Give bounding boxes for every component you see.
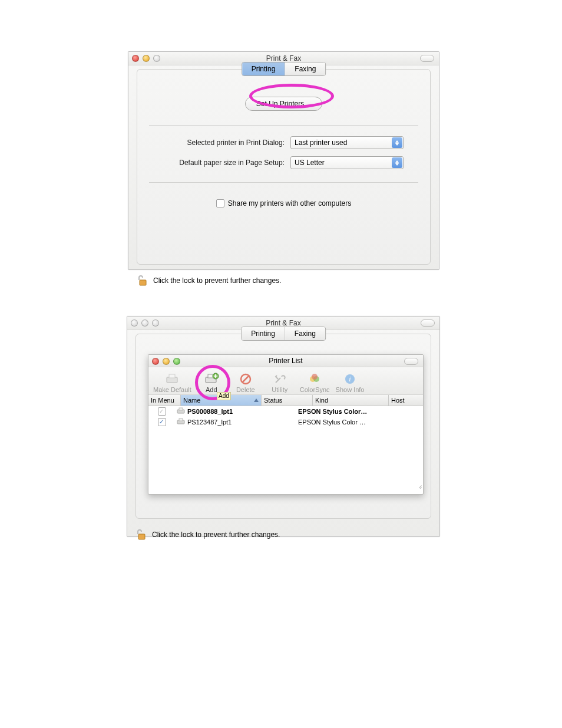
row-selected-printer: Selected printer in Print Dialog: Last p… [149, 136, 418, 149]
label-selected-printer: Selected printer in Print Dialog: [149, 139, 290, 147]
traffic-lights [132, 52, 160, 65]
colorsync-label: ColorSync [300, 386, 330, 393]
col-status[interactable]: Status [262, 395, 313, 406]
separator [149, 182, 418, 183]
printer-name: PS000888_lpt1 [187, 408, 233, 415]
lock-row: Click the lock to prevent further change… [127, 526, 439, 547]
chevron-updown-icon [392, 157, 402, 168]
row-default-paper: Default paper size in Page Setup: US Let… [149, 156, 418, 169]
printer-icon [177, 418, 185, 426]
printer-kind: EPSON Stylus Color… [298, 408, 369, 415]
svg-rect-16 [179, 419, 183, 421]
checkbox-icon[interactable]: ✓ [158, 418, 166, 426]
delete-label: Delete [236, 386, 255, 393]
svg-rect-0 [140, 280, 146, 285]
list-item[interactable]: ✓ PS000888_lpt1 EPSON Stylus Color… [148, 406, 423, 417]
prohibit-icon [240, 372, 252, 386]
window-title: Print & Fax [266, 319, 300, 327]
colorsync-button[interactable]: ColorSync [297, 372, 332, 393]
zoom-icon[interactable] [152, 319, 159, 327]
share-printers-label: Share my printers with other computers [228, 199, 351, 207]
printer-icon [177, 407, 185, 416]
zoom-icon[interactable] [173, 358, 180, 365]
svg-text:i: i [349, 375, 351, 383]
lock-open-icon[interactable] [134, 528, 147, 541]
close-icon[interactable] [152, 358, 159, 365]
add-printer-button[interactable]: Add [195, 372, 228, 393]
tools-icon [273, 372, 286, 386]
svg-rect-2 [169, 374, 175, 378]
share-printers-checkbox[interactable]: Share my printers with other computers [216, 199, 351, 207]
delete-button[interactable]: Delete [229, 372, 262, 393]
printer-list[interactable]: ✓ PS000888_lpt1 EPSON Stylus Color… ✓ [148, 406, 423, 489]
close-icon[interactable] [132, 55, 139, 62]
printer-name: PS123487_lpt1 [187, 419, 232, 426]
svg-rect-14 [179, 408, 183, 410]
resize-handle-icon[interactable] [415, 480, 422, 487]
toolbar-toggle-icon[interactable] [420, 55, 434, 62]
sort-asc-icon [254, 398, 259, 402]
column-headers: In Menu Name Status Kind Host [148, 395, 423, 406]
utility-button[interactable]: Utility [263, 372, 296, 393]
close-icon[interactable] [131, 319, 138, 327]
col-host[interactable]: Host [389, 395, 423, 406]
lock-open-icon[interactable] [135, 274, 148, 287]
show-info-label: Show Info [336, 386, 365, 393]
colorsync-icon [308, 372, 321, 386]
minimize-icon[interactable] [141, 319, 148, 327]
printer-list-window: Printer List Make Default [148, 354, 424, 495]
add-label: Add [206, 386, 217, 393]
label-default-paper: Default paper size in Page Setup: [149, 159, 290, 167]
main-panel: Printing Faxing Printer List [135, 334, 431, 519]
svg-line-7 [242, 375, 249, 383]
info-icon: i [344, 372, 356, 386]
minimize-icon[interactable] [143, 55, 150, 62]
sub-window-title: Printer List [269, 357, 302, 365]
tabs: Printing Faxing [242, 62, 326, 76]
toolbar-toggle-icon[interactable] [404, 358, 418, 365]
traffic-lights [131, 317, 159, 330]
zoom-icon[interactable] [153, 55, 160, 62]
checkbox-icon [216, 199, 224, 207]
main-panel: Printing Faxing Set Up Printers… Selecte… [137, 69, 431, 265]
make-default-label: Make Default [153, 386, 191, 393]
sub-titlebar[interactable]: Printer List [148, 355, 423, 367]
col-kind[interactable]: Kind [313, 395, 389, 406]
popup-default-paper-value: US Letter [291, 159, 391, 167]
minimize-icon[interactable] [163, 358, 170, 365]
list-item[interactable]: ✓ PS123487_lpt1 EPSON Stylus Color … [148, 417, 423, 427]
printer-kind: EPSON Stylus Color … [298, 419, 369, 426]
traffic-lights [152, 355, 180, 368]
print-fax-window-1: Print & Fax Printing Faxing Set Up Print… [128, 51, 439, 270]
add-tooltip: Add [217, 392, 231, 400]
make-default-button[interactable]: Make Default [151, 372, 194, 393]
popup-default-paper[interactable]: US Letter [290, 156, 404, 169]
setup-printers-button[interactable]: Set Up Printers… [245, 97, 322, 111]
tab-printing[interactable]: Printing [242, 327, 285, 340]
printer-add-icon [204, 372, 219, 386]
toolbar: Make Default Add [148, 367, 423, 395]
svg-rect-17 [138, 534, 145, 539]
print-fax-window-2: Print & Fax Printing Faxing Printer List [127, 316, 440, 537]
toolbar-toggle-icon[interactable] [421, 319, 435, 327]
col-name-label: Name [183, 395, 200, 406]
separator [149, 125, 418, 126]
col-in-menu[interactable]: In Menu [148, 395, 181, 406]
lock-text: Click the lock to prevent further change… [153, 276, 281, 285]
checkbox-icon[interactable]: ✓ [158, 407, 166, 416]
window-title: Print & Fax [266, 54, 301, 62]
svg-point-10 [312, 374, 318, 380]
lock-text: Click the lock to prevent further change… [152, 531, 280, 539]
utility-label: Utility [272, 386, 287, 393]
show-info-button[interactable]: i Show Info [333, 372, 367, 393]
popup-selected-printer-value: Last printer used [291, 139, 391, 147]
tab-printing[interactable]: Printing [242, 62, 286, 75]
printer-icon [165, 372, 179, 386]
popup-selected-printer[interactable]: Last printer used [290, 136, 404, 149]
lock-row: Click the lock to prevent further change… [128, 272, 439, 293]
tab-faxing[interactable]: Faxing [285, 62, 325, 75]
tabs: Printing Faxing [241, 327, 326, 341]
tab-faxing[interactable]: Faxing [285, 327, 325, 340]
chevron-updown-icon [392, 137, 402, 148]
